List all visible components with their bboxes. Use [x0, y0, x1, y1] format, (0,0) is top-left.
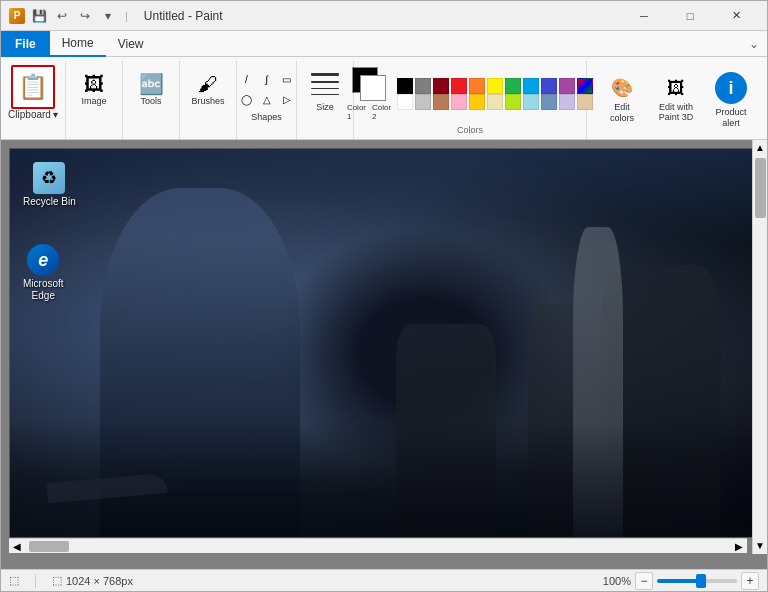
- view-tab[interactable]: View: [106, 31, 156, 57]
- shapes-row-2: ◯ △ ▷: [238, 90, 296, 108]
- tools-group-label: [129, 135, 173, 137]
- color2-swatch[interactable]: [360, 75, 386, 101]
- help-button[interactable]: ⌄: [741, 37, 767, 51]
- shapes-inner: / ∫ ▭ ◯ △ ▷ Shapes: [245, 63, 289, 135]
- zoom-slider[interactable]: [657, 579, 737, 583]
- shape-triangle[interactable]: △: [258, 90, 276, 108]
- status-divider-1: [35, 574, 36, 588]
- shape-curve[interactable]: ∫: [258, 70, 276, 88]
- shapes-button[interactable]: / ∫ ▭ ◯ △ ▷ Shapes: [245, 63, 289, 126]
- edge-icon-img: e: [27, 244, 59, 276]
- shapes-area: / ∫ ▭ ◯ △ ▷: [238, 68, 296, 110]
- size-icon: [309, 68, 341, 100]
- brushes-inner: 🖌 Brushes: [186, 63, 230, 135]
- colors-group: Color1 Color2: [354, 61, 587, 139]
- palette-swatch[interactable]: [451, 94, 467, 110]
- edit-colors-label: Editcolors: [610, 102, 634, 124]
- shape-oval[interactable]: ◯: [238, 90, 256, 108]
- tools-label: Tools: [140, 96, 161, 107]
- palette-swatch[interactable]: [541, 94, 557, 110]
- palette-swatch[interactable]: [415, 78, 431, 94]
- recycle-bin-icon[interactable]: ♻ Recycle Bin: [18, 157, 81, 213]
- palette-swatch[interactable]: [523, 78, 539, 94]
- dimensions-status: ⬚ 1024 × 768px: [52, 574, 133, 587]
- scroll-left-button[interactable]: ◀: [9, 541, 25, 552]
- top-glow: [10, 149, 758, 246]
- tools-button[interactable]: 🔤 Tools: [129, 63, 173, 115]
- brushes-button[interactable]: 🖌 Brushes: [186, 63, 230, 115]
- clipboard-icon-container: 📋: [11, 65, 55, 109]
- palette-swatch[interactable]: [559, 78, 575, 94]
- colors-group-label: Colors: [360, 125, 580, 137]
- palette-swatch[interactable]: [559, 94, 575, 110]
- vertical-scrollbar[interactable]: ▲ ▼: [752, 140, 767, 554]
- close-button[interactable]: ✕: [713, 1, 759, 31]
- scroll-right-button[interactable]: ▶: [731, 541, 747, 552]
- size-inner: Size: [303, 63, 347, 135]
- edge-icon[interactable]: e MicrosoftEdge: [18, 239, 69, 307]
- save-quick-button[interactable]: 💾: [29, 6, 49, 26]
- shapes-row-1: / ∫ ▭: [238, 70, 296, 88]
- palette-swatch[interactable]: [397, 94, 413, 110]
- customize-quick-button[interactable]: ▾: [98, 6, 118, 26]
- edit-paint3d-icon: 🖼: [667, 78, 685, 99]
- palette-swatch[interactable]: [433, 78, 449, 94]
- dimensions-value: 1024 × 768px: [66, 575, 133, 587]
- scroll-down-button[interactable]: ▼: [753, 538, 767, 554]
- clipboard-icon: 📋: [18, 73, 48, 101]
- edit-paint3d-button[interactable]: 🖼 Edit withPaint 3D: [651, 73, 701, 129]
- palette-swatch[interactable]: [505, 94, 521, 110]
- image-button[interactable]: 🖼 Image: [72, 63, 116, 115]
- palette-swatch[interactable]: [469, 94, 485, 110]
- edit-colors-button[interactable]: 🎨 Editcolors: [597, 72, 647, 129]
- palette-swatch[interactable]: [415, 94, 431, 110]
- clipboard-group-label: [7, 135, 59, 137]
- image-icon: 🖼: [84, 74, 104, 94]
- zoom-in-button[interactable]: +: [741, 572, 759, 590]
- edit-colors-icon: 🎨: [611, 77, 633, 99]
- size-button[interactable]: Size: [303, 63, 347, 116]
- palette-swatch[interactable]: [487, 94, 503, 110]
- brushes-icon: 🖌: [198, 74, 218, 94]
- shape-line[interactable]: /: [238, 70, 256, 88]
- title-bar-left: P 💾 ↩ ↪ ▾ | Untitled - Paint: [9, 6, 223, 26]
- paint-canvas[interactable]: ♻ Recycle Bin e MicrosoftEdge: [9, 148, 759, 538]
- recycle-icon-img: ♻: [33, 162, 65, 194]
- brushes-group: 🖌 Brushes: [180, 61, 237, 139]
- horizontal-scrollbar[interactable]: ◀ ▶: [9, 538, 747, 553]
- palette-swatch[interactable]: [505, 78, 521, 94]
- shape-arrow[interactable]: ▷: [278, 90, 296, 108]
- tools-icon: 🔤: [139, 74, 164, 94]
- palette-swatch[interactable]: [523, 94, 539, 110]
- redo-quick-button[interactable]: ↪: [75, 6, 95, 26]
- palette-swatch[interactable]: [541, 78, 557, 94]
- tools-inner: 🔤 Tools: [129, 63, 173, 135]
- product-alert-button[interactable]: i Productalert: [705, 67, 757, 134]
- clipboard-group: 📋 Clipboard ▾: [1, 61, 66, 139]
- vertical-scrollbar-thumb[interactable]: [755, 158, 766, 218]
- color1-label: Color1: [347, 103, 366, 121]
- zoom-out-button[interactable]: −: [635, 572, 653, 590]
- file-tab[interactable]: File: [1, 31, 50, 57]
- edit-paint3d-label: Edit withPaint 3D: [659, 102, 694, 124]
- scroll-up-button[interactable]: ▲: [753, 140, 767, 156]
- clipboard-label: Clipboard ▾: [8, 109, 58, 120]
- size-group-label: [303, 135, 347, 137]
- palette-swatch[interactable]: [451, 78, 467, 94]
- home-tab[interactable]: Home: [50, 31, 106, 57]
- maximize-button[interactable]: □: [667, 1, 713, 31]
- shape-rect[interactable]: ▭: [278, 70, 296, 88]
- clipboard-button[interactable]: 📋 Clipboard ▾: [7, 63, 59, 122]
- palette-swatch[interactable]: [397, 78, 413, 94]
- status-bar: ⬚ ⬚ 1024 × 768px 100% − +: [1, 569, 767, 591]
- zoom-slider-thumb[interactable]: [696, 574, 706, 588]
- undo-quick-button[interactable]: ↩: [52, 6, 72, 26]
- minimize-button[interactable]: ─: [621, 1, 667, 31]
- palette-swatch[interactable]: [487, 78, 503, 94]
- scrollable-canvas: ♻ Recycle Bin e MicrosoftEdge ◀ ▶: [1, 140, 767, 569]
- window-title: Untitled - Paint: [144, 9, 223, 23]
- horizontal-scrollbar-thumb[interactable]: [29, 541, 69, 552]
- palette-swatch[interactable]: [469, 78, 485, 94]
- palette-swatch[interactable]: [433, 94, 449, 110]
- recycle-bin-label: Recycle Bin: [23, 196, 76, 208]
